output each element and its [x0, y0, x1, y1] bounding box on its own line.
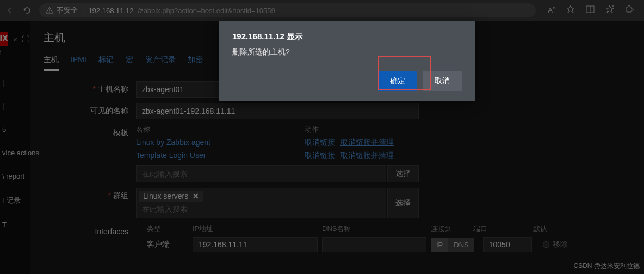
dialog-message: 删除所选的主机? [232, 47, 462, 57]
watermark: CSDN @达米安利拉德 [573, 261, 640, 271]
cancel-button[interactable]: 取消 [423, 71, 462, 91]
dialog-title: 192.168.11.12 显示 [232, 32, 462, 42]
ok-button[interactable]: 确定 [378, 71, 417, 91]
confirm-dialog: 192.168.11.12 显示 删除所选的主机? 确定 取消 [219, 21, 475, 101]
